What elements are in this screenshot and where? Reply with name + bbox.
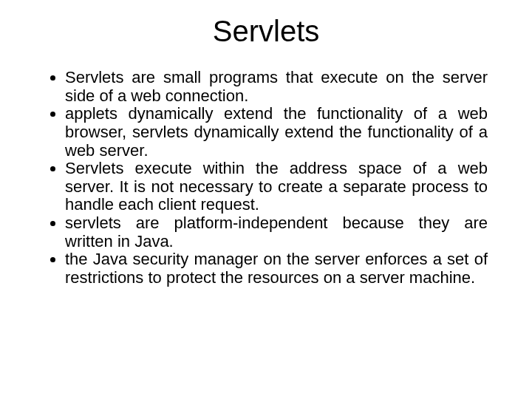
slide: Servlets Servlets are small programs tha… — [0, 0, 532, 399]
list-item: servlets are platform-independent becaus… — [65, 214, 488, 250]
bullet-list: Servlets are small programs that execute… — [44, 69, 488, 287]
list-item: Servlets execute within the address spac… — [65, 160, 488, 214]
list-item: the Java security manager on the server … — [65, 250, 488, 287]
list-item: Servlets are small programs that execute… — [65, 69, 488, 105]
list-item: applets dynamically extend the functiona… — [65, 105, 488, 160]
slide-title: Servlets — [37, 15, 495, 48]
